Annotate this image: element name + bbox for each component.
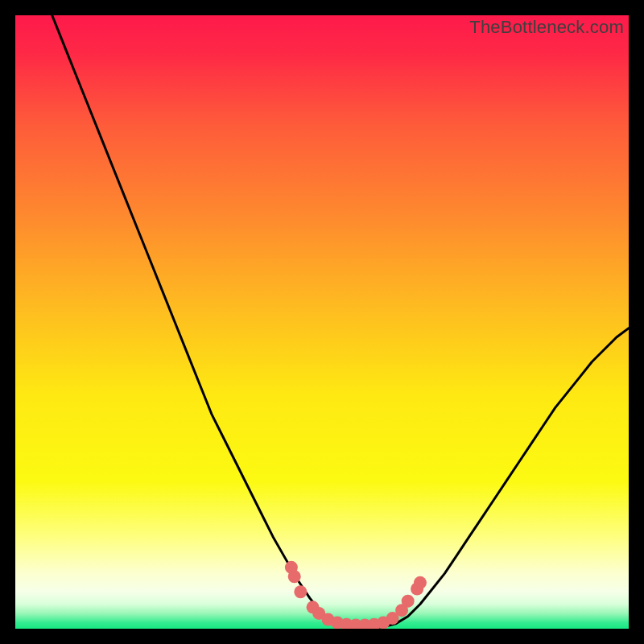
chart-frame: TheBottleneck.com [0, 0, 644, 644]
curve-marker [402, 595, 415, 608]
curve-marker [414, 576, 427, 589]
chart-plot-area: TheBottleneck.com [15, 15, 629, 629]
chart-svg [15, 15, 629, 629]
curve-marker [294, 585, 307, 598]
curve-marker [288, 570, 301, 583]
chart-background [15, 15, 629, 629]
